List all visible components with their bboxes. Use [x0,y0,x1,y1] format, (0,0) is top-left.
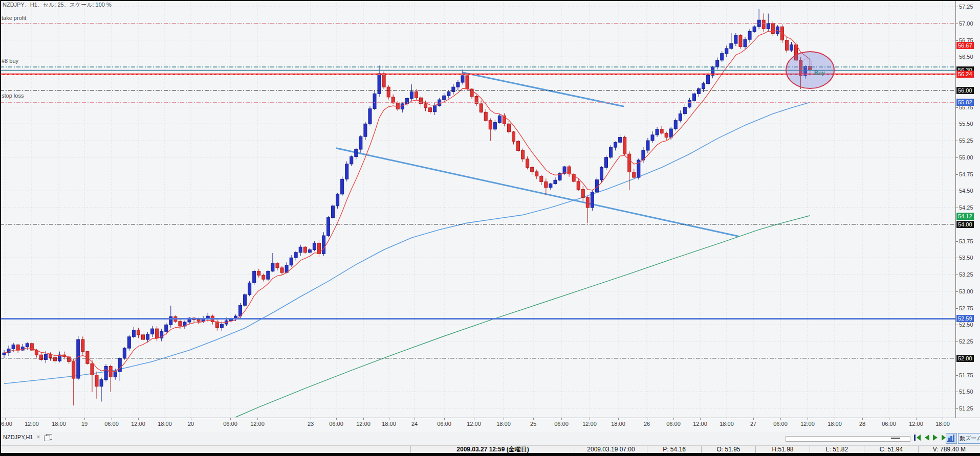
time-tick [504,418,504,420]
price-label: 52.75 [959,305,973,311]
time-tick [138,418,139,420]
status-segment-3: O: 51.95 [701,446,755,453]
time-tick [389,418,389,420]
price-label: 51.50 [959,389,973,395]
time-label: 18:00 [158,421,172,427]
time-label: 06:00 [882,421,896,427]
take-profit-label: take profit [2,15,26,21]
status-segment-1: 2009.03.19 07:00 [575,446,647,453]
time-tick [444,418,445,420]
time-label: 24 [411,421,418,427]
price-tick [956,408,958,409]
price-label: 53.00 [959,288,973,294]
time-label: 20 [188,421,194,427]
price-tick [956,157,958,158]
time-tick [191,418,191,420]
time-axis[interactable]: 06:0012:0018:001906:0012:0018:002006:001… [0,418,980,432]
price-tick [956,141,958,141]
price-tick [956,208,958,208]
status-segment-0: 2009.03.27 12:59 (金曜日) [410,446,575,453]
status-segment-6: C: 51.94 [864,446,918,453]
horizontal-scrollbar[interactable] [786,436,910,442]
time-tick [363,418,364,420]
status-segment-5: L: 51.82 [810,446,864,453]
time-label: 26 [644,421,650,427]
time-label: 06:00 [223,421,237,427]
price-label: 54.75 [959,171,973,177]
time-label: 12:00 [467,421,481,427]
restore-window-icon[interactable] [44,434,52,441]
time-label: 12:00 [909,421,923,427]
price-label: 53.50 [959,255,973,261]
price-tick [956,275,958,275]
close-icon[interactable]: × [36,434,40,441]
time-tick [230,418,231,420]
time-label: 18:00 [935,421,950,427]
time-tick [257,418,258,420]
scrollbar-thumb[interactable] [891,438,900,439]
price-label: 53.75 [959,238,973,244]
time-label: 12:00 [800,421,815,427]
time-label: 12:00 [25,421,39,427]
chart-tab-nzdjpy[interactable]: NZDJPY,H1 × [3,434,52,441]
price-label: 52.25 [959,338,973,345]
auto-zoom-button[interactable]: 動ズーム [958,433,980,444]
time-tick [700,418,701,420]
price-label: 54.25 [959,204,973,211]
buy-text: Buy [814,70,825,76]
time-tick [336,418,337,420]
price-tick [956,258,958,258]
chart-canvas[interactable]: Buy [0,0,955,418]
time-label: 18:00 [496,421,511,427]
window-bottom-edge [0,453,980,456]
price-label: 51.25 [959,405,973,412]
price-label: 53.25 [959,271,973,278]
step-forward-icon[interactable] [932,434,939,441]
price-badge-55.82: 55.82 [956,99,974,106]
step-back-icon[interactable] [923,434,930,441]
price-tick [956,7,958,7]
price-label: 55.50 [959,121,973,127]
time-label: 06:00 [104,421,119,427]
time-label: 18:00 [720,421,734,427]
price-axis[interactable]: 57.2557.0056.7556.5055.7555.5055.2555.00… [955,0,980,418]
time-label: 06:00 [666,421,681,427]
price-badge-52.00: 52.00 [956,355,974,362]
time-tick [862,418,863,420]
price-tick [956,124,958,124]
time-tick [618,418,619,420]
price-tick [956,392,958,392]
time-label: 18:00 [611,421,625,427]
price-label: 57.25 [959,4,973,10]
time-label: 12:00 [356,421,371,427]
time-label: 12:00 [131,421,145,427]
price-tick [956,241,958,242]
price-tick [956,191,958,191]
time-tick [673,418,674,420]
window-top-edge [0,0,980,1]
go-first-icon[interactable] [913,434,922,441]
time-label: 23 [308,421,314,427]
price-badge-56.00: 56.00 [956,87,974,94]
time-tick [943,418,943,420]
chart-tab-label: NZDJPY,H1 [3,434,33,440]
price-badge-56.24: 56.24 [956,71,974,78]
price-tick [956,40,958,41]
price-label: 55.25 [959,138,973,144]
time-tick [727,418,727,420]
time-tick [808,418,808,420]
time-tick [835,418,835,420]
time-label: 12:00 [582,421,597,427]
time-label: 18:00 [52,421,66,427]
price-badge-54.00: 54.00 [956,221,974,228]
price-tick [956,308,958,309]
time-tick [561,418,562,420]
price-tick [956,375,958,376]
time-tick [533,418,534,420]
symbol-info-label: NZDJPY、H1、セル: 25、スケール: 100 % [3,2,112,8]
status-segment-7: V: 789.40 M [918,446,980,453]
chart-mode-icon[interactable] [946,433,957,444]
time-tick [780,418,781,420]
buy-highlight-ellipse [786,52,834,88]
time-tick [647,418,647,420]
